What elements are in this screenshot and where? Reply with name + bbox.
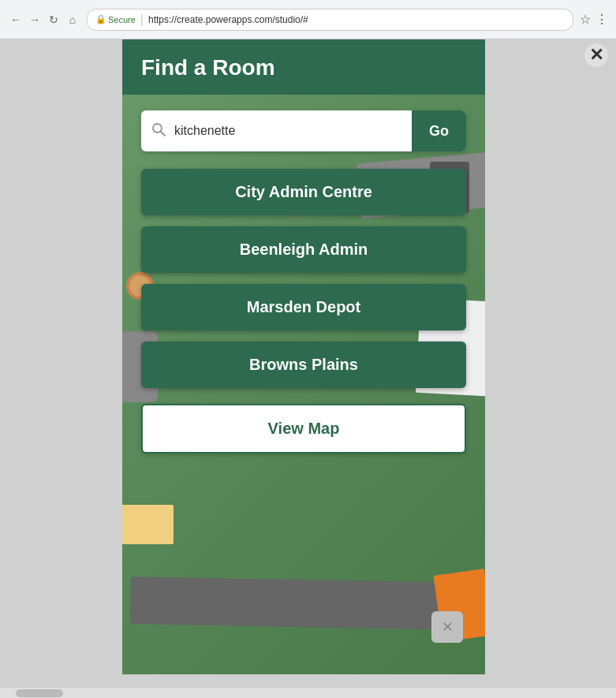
search-input-wrap [141,110,412,151]
secure-indicator: 🔒 Secure [95,14,136,24]
city-admin-centre-button[interactable]: City Admin Centre [141,169,466,215]
app-title: Find a Room [141,55,466,80]
menu-icon[interactable]: ⋮ [595,12,608,27]
url-text: https://create.powerapps.com/studio/# [148,14,565,25]
app-container: Find a Room Go City Admin Centre Beenlei… [122,39,485,674]
view-map-button[interactable]: View Map [141,404,466,454]
search-bar[interactable]: Go [141,110,466,151]
browser-actions: ☆ ⋮ [580,12,608,27]
go-button[interactable]: Go [412,110,466,151]
bottom-scrollbar[interactable] [0,687,616,698]
bottom-close-button[interactable]: ✕ [431,611,463,643]
browns-plains-button[interactable]: Browns Plains [141,342,466,388]
lock-icon: 🔒 [95,14,106,24]
marsden-depot-button[interactable]: Marsden Depot [141,284,466,330]
back-button[interactable]: ← [8,12,24,28]
reload-button[interactable]: ↻ [46,12,62,28]
envelope-decoration [122,505,174,544]
nav-buttons: ← → ↻ ⌂ [8,12,80,28]
svg-line-1 [161,131,166,136]
beenleigh-admin-button[interactable]: Beenleigh Admin [141,226,466,273]
address-bar[interactable]: 🔒 Secure | https://create.powerapps.com/… [87,9,573,31]
browser-close-button[interactable]: ✕ [584,43,608,67]
star-icon[interactable]: ☆ [580,12,591,27]
scrollbar-thumb[interactable] [16,689,63,697]
search-input[interactable] [174,124,402,138]
browser-chrome: ← → ↻ ⌂ 🔒 Secure | https://create.powera… [0,0,616,39]
forward-button[interactable]: → [27,12,43,28]
keyboard-bottom-decoration [130,577,478,630]
app-header: Find a Room [122,39,485,95]
home-button[interactable]: ⌂ [65,12,80,28]
search-icon [151,121,166,141]
app-content: Go City Admin Centre Beenleigh Admin Mar… [122,95,485,469]
